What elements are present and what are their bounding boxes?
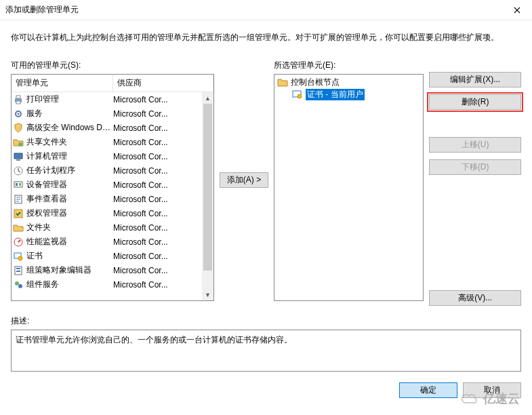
dialog-footer: 确定 取消	[0, 377, 532, 401]
svg-point-20	[15, 281, 19, 285]
item-name: 任务计划程序	[26, 165, 113, 176]
cancel-button[interactable]: 取消	[463, 382, 521, 398]
svg-point-4	[18, 113, 20, 115]
list-item[interactable]: 文件夹Microsoft Cor...	[12, 220, 202, 235]
list-item[interactable]: 事件查看器Microsoft Cor...	[12, 192, 202, 206]
edit-extensions-label: 编辑扩展(X)...	[450, 74, 500, 85]
computer-icon	[13, 151, 24, 162]
list-item[interactable]: 任务计划程序Microsoft Cor...	[12, 163, 202, 178]
item-name: 事件查看器	[26, 193, 113, 205]
move-down-button[interactable]: 下移(D)	[429, 159, 521, 175]
available-label: 可用的管理单元(S):	[11, 60, 214, 71]
item-name: 计算机管理	[26, 151, 113, 162]
advanced-label: 高级(V)...	[458, 292, 492, 304]
available-snapins-group: 可用的管理单元(S): 管理单元 供应商 打印管理Microsoft Cor..…	[11, 60, 214, 301]
scroll-up-icon[interactable]: ▲	[202, 92, 213, 104]
folder-sh-icon	[13, 137, 24, 148]
item-vendor: Microsoft Cor...	[113, 166, 201, 176]
move-down-label: 下移(D)	[462, 161, 489, 173]
available-list[interactable]: 管理单元 供应商 打印管理Microsoft Cor...服务Microsoft…	[11, 74, 214, 301]
item-vendor: Microsoft Cor...	[113, 138, 201, 147]
description-box: 证书管理单元允许你浏览自己的、一个服务的或一台计算机的证书存储内容。	[11, 330, 521, 372]
svg-rect-11	[19, 183, 21, 186]
comsvc-icon	[13, 279, 24, 290]
event-icon	[13, 194, 24, 205]
tree-root[interactable]: 控制台根节点	[276, 76, 422, 88]
list-item[interactable]: 组策略对象编辑器Microsoft Cor...	[12, 263, 202, 277]
col-header-name[interactable]: 管理单元	[12, 75, 113, 92]
item-name: 证书	[26, 250, 113, 262]
item-name: 服务	[26, 108, 113, 119]
scroll-down-icon[interactable]: ▼	[202, 289, 213, 300]
window-title: 添加或删除管理单元	[5, 4, 502, 16]
item-vendor: Microsoft Cor...	[113, 180, 201, 190]
item-name: 打印管理	[26, 94, 113, 105]
cancel-label: 取消	[484, 384, 500, 396]
clock-icon	[13, 165, 24, 176]
device-icon	[13, 180, 24, 191]
scroll-track[interactable]	[202, 104, 213, 289]
list-item[interactable]: 计算机管理Microsoft Cor...	[12, 149, 202, 163]
move-up-button[interactable]: 上移(U)	[429, 137, 521, 153]
item-vendor: Microsoft Cor...	[113, 195, 201, 204]
edit-extensions-button[interactable]: 编辑扩展(X)...	[429, 72, 521, 87]
add-button-label: 添加(A) >	[227, 174, 261, 186]
description-section: 描述: 证书管理单元允许你浏览自己的、一个服务的或一台计算机的证书存储内容。	[11, 315, 521, 372]
auth-icon	[13, 208, 24, 219]
item-vendor: Microsoft Cor...	[113, 95, 201, 104]
scrollbar[interactable]: ▲ ▼	[202, 92, 213, 300]
item-vendor: Microsoft Cor...	[113, 223, 201, 233]
tree-item-cert[interactable]: 证书 - 当前用户	[276, 88, 422, 100]
item-name: 组策略对象编辑器	[26, 264, 113, 276]
perf-icon	[13, 237, 24, 248]
list-header: 管理单元 供应商	[12, 75, 213, 92]
folder-icon	[13, 222, 24, 233]
advanced-button[interactable]: 高级(V)...	[429, 290, 521, 306]
move-up-label: 上移(U)	[462, 139, 489, 151]
svg-rect-2	[16, 101, 20, 104]
list-item[interactable]: 性能监视器Microsoft Cor...	[12, 235, 202, 249]
list-item[interactable]: 服务Microsoft Cor...	[12, 106, 202, 121]
selected-tree[interactable]: 控制台根节点 证书 - 当前用户	[274, 74, 424, 301]
svg-rect-1	[16, 96, 20, 98]
col-header-vendor[interactable]: 供应商	[113, 75, 213, 92]
ok-button[interactable]: 确定	[399, 382, 457, 398]
tree-root-label: 控制台根节点	[291, 77, 340, 88]
item-vendor: Microsoft Cor...	[113, 237, 201, 247]
list-item[interactable]: 高级安全 Windows De...Microsoft Cor...	[12, 121, 202, 135]
svg-point-23	[298, 94, 302, 98]
dialog-content: 你可以在计算机上为此控制台选择可用的管理单元并配置所选的一组管理单元。对于可扩展…	[0, 20, 532, 377]
svg-rect-18	[16, 268, 20, 269]
item-name: 文件夹	[26, 222, 113, 233]
add-button[interactable]: 添加(A) >	[220, 172, 268, 188]
ok-label: 确定	[420, 384, 436, 396]
svg-rect-9	[14, 182, 22, 187]
printer-icon	[13, 94, 24, 105]
scroll-thumb[interactable]	[203, 104, 212, 271]
svg-point-5	[18, 142, 22, 146]
selected-label: 所选管理单元(E):	[274, 60, 424, 71]
gpo-icon	[13, 265, 24, 276]
list-item[interactable]: 设备管理器Microsoft Cor...	[12, 178, 202, 192]
item-vendor: Microsoft Cor...	[113, 280, 201, 290]
list-item[interactable]: 打印管理Microsoft Cor...	[12, 92, 202, 106]
svg-point-21	[18, 284, 22, 288]
selected-snapins-group: 所选管理单元(E): 控制台根节点 证书 - 当前用户	[274, 60, 424, 301]
list-item[interactable]: 授权管理器Microsoft Cor...	[12, 206, 202, 220]
shield-icon	[13, 123, 24, 134]
cert-icon	[292, 89, 303, 100]
right-buttons: 编辑扩展(X)... 删除(R) 上移(U) 下移(D) 高级(V)...	[429, 60, 521, 306]
list-item[interactable]: 证书Microsoft Cor...	[12, 249, 202, 263]
item-vendor: Microsoft Cor...	[113, 123, 201, 133]
gear-icon	[13, 108, 24, 119]
tree-item-label: 证书 - 当前用户	[306, 89, 365, 100]
close-button[interactable]	[502, 0, 532, 20]
list-item[interactable]: 组件服务Microsoft Cor...	[12, 277, 202, 292]
item-name: 授权管理器	[26, 208, 113, 219]
svg-point-16	[18, 256, 22, 260]
list-item[interactable]: 共享文件夹Microsoft Cor...	[12, 135, 202, 149]
description-text: 证书管理单元允许你浏览自己的、一个服务的或一台计算机的证书存储内容。	[16, 335, 292, 344]
item-vendor: Microsoft Cor...	[113, 266, 201, 275]
item-name: 共享文件夹	[26, 136, 113, 148]
remove-button[interactable]: 删除(R)	[429, 94, 521, 110]
